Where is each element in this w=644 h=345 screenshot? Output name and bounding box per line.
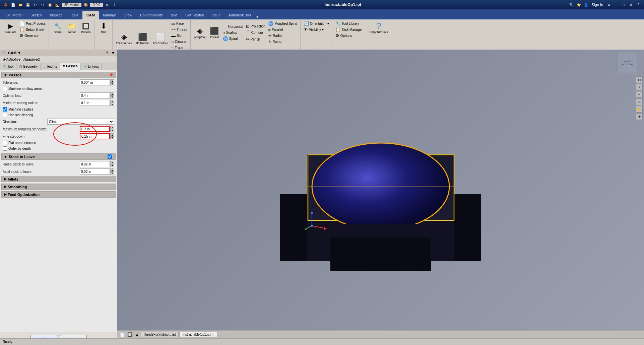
help-tutorials-btn[interactable]: ? Help/Tutorials [368, 21, 389, 35]
doc-tab-hands[interactable]: HandsForInstruct...ipt [141, 332, 179, 337]
cam-collapse-btn[interactable]: ▼ [111, 51, 115, 55]
tab-cam[interactable]: CAM [82, 11, 99, 19]
tab-view[interactable]: View [120, 11, 136, 19]
radial-stock-input[interactable] [80, 161, 110, 167]
home-icon[interactable]: 🏠 [47, 2, 53, 8]
2dpocket-btn[interactable]: ⬛ 2D Pocket [134, 32, 151, 46]
direction-select[interactable]: Climb Conventional [47, 119, 114, 125]
generate-btn[interactable]: ⚙ Generate [18, 33, 47, 39]
look-btn[interactable]: 👁 [636, 113, 643, 120]
open-icon[interactable]: 📂 [17, 2, 23, 8]
slot-btn[interactable]: ▬ Slot [170, 33, 188, 39]
tab-sketch[interactable]: Sketch [26, 11, 46, 19]
horizontal-btn[interactable]: — Horizontal [222, 24, 244, 29]
simulate-btn[interactable]: ▶ Simulate [3, 21, 18, 39]
drill-btn[interactable]: ⬇ Drill [97, 21, 110, 35]
tab-inspect[interactable]: Inspect [46, 11, 66, 19]
task-manager-btn[interactable]: 📋 Task Manager [334, 27, 364, 32]
face-btn[interactable]: ▭ Face [170, 21, 188, 26]
tab-heights[interactable]: ↕ Heights [41, 63, 60, 70]
fillets-section-header[interactable]: ▶ Fillets [1, 176, 116, 182]
circular-btn[interactable]: ○ Circular [170, 39, 188, 45]
tool-library-btn[interactable]: 🔧 Tool Library [334, 21, 364, 26]
2dadaptive-btn[interactable]: ◈ 2D Adaptive [115, 32, 134, 46]
radial-stock-spin-up[interactable]: ▲ [110, 161, 114, 164]
contour-btn[interactable]: ⌒ Contour [245, 29, 266, 36]
min-cutting-radius-input[interactable] [80, 100, 110, 106]
folder-btn[interactable]: 📁 Folder [65, 21, 78, 35]
save-icon[interactable]: 💾 [25, 2, 31, 8]
measure-icon[interactable]: 📐 [54, 2, 60, 8]
tab-getstarted[interactable]: Get Started [181, 11, 208, 19]
undo-icon[interactable]: ↩ [32, 2, 38, 8]
parallel-btn[interactable]: ≡ Parallel [267, 27, 298, 32]
ribbon-dropdown[interactable]: ▾ [256, 15, 258, 19]
tab-environments[interactable]: Environments [136, 11, 167, 19]
order-by-depth-checkbox[interactable] [3, 146, 7, 151]
min-cutting-radius-spin-up[interactable]: ▲ [110, 100, 114, 103]
axial-stock-spin-up[interactable]: ▲ [110, 168, 114, 171]
postprocess-btn[interactable]: 📄 Post Process [18, 21, 47, 26]
tab-manage[interactable]: Manage [99, 11, 120, 19]
flat-area-checkbox[interactable] [3, 141, 7, 145]
cam-help-btn[interactable]: ? [106, 51, 108, 55]
2dcontour-btn[interactable]: ⬜ 2D Contour [151, 32, 170, 46]
pattern-btn[interactable]: 🔲 Pattern [79, 21, 92, 35]
tab-autodesk360[interactable]: Autodesk 360 [224, 11, 255, 19]
fine-stepdown-spin-up[interactable]: ▲ [110, 133, 114, 136]
projection-btn[interactable]: ⊡ Projection [245, 23, 266, 29]
radial-btn[interactable]: ✳ Radial [267, 33, 298, 39]
smoothing-section-header[interactable]: ▶ Smoothing [1, 184, 116, 190]
max-roughing-input[interactable] [80, 126, 110, 132]
scallop-btn[interactable]: ≈ Scallop [222, 30, 244, 36]
fine-stepdown-input[interactable] [80, 133, 110, 139]
tolerance-spin-up[interactable]: ▲ [110, 79, 114, 82]
adaptive-btn[interactable]: ◈ Adaptive [193, 26, 207, 40]
tolerance-input[interactable] [80, 79, 110, 85]
settings-icon[interactable]: ⚙ [606, 2, 612, 8]
morphed-spiral-btn[interactable]: 🌀 Morphed Spiral [267, 21, 298, 26]
taskbar-icon-1[interactable]: 📄 [119, 332, 126, 337]
spiral-btn[interactable]: 🌀 Spiral [222, 36, 244, 42]
tab-passes[interactable]: ≋ Passes [60, 63, 80, 70]
redo-icon[interactable]: ↪ [40, 2, 46, 8]
pan-btn[interactable]: ✋ [636, 106, 643, 113]
zoom-out-btn[interactable]: − [636, 91, 643, 98]
tab-3dmodel[interactable]: 3D Model [3, 11, 26, 19]
new-icon[interactable]: 📄 [10, 2, 16, 8]
taskbar-icon-2[interactable]: 🔲 [126, 332, 133, 337]
machine-shallow-checkbox[interactable] [3, 87, 7, 91]
zoom-in-btn[interactable]: + [636, 84, 643, 90]
tab-vault[interactable]: Vault [208, 11, 224, 19]
function-icon[interactable]: f [112, 2, 118, 8]
tab-geometry[interactable]: ⬡ Geometry [16, 63, 41, 70]
stock-to-leave-section-header[interactable]: ▼ Stock to Leave [1, 153, 116, 160]
thread-btn[interactable]: 〰 Thread [170, 27, 188, 32]
doc-tab-close-icon[interactable]: ✕ [212, 333, 214, 336]
minimize-icon[interactable]: ─ [613, 2, 619, 8]
doc-tab-instructable[interactable]: InstructableOp1.ipt ✕ [179, 332, 217, 337]
material-selector[interactable]: 3D Model [62, 3, 81, 7]
feed-opt-section-header[interactable]: ▶ Feed Optimization [1, 191, 116, 198]
setupsheet-btn[interactable]: 📋 Setup Sheet [18, 27, 47, 32]
search-icon[interactable]: 🔍 [568, 2, 574, 8]
axial-stock-spin-down[interactable]: ▼ [110, 171, 114, 175]
passes-pin-icon[interactable]: 📌 [109, 73, 113, 77]
optimal-load-spin-down[interactable]: ▼ [110, 95, 114, 98]
machine-cavities-checkbox[interactable] [3, 107, 7, 112]
pocket-btn[interactable]: ⬛ Pocket [208, 26, 221, 40]
pencil-btn[interactable]: ✏ Pencil [245, 37, 266, 42]
tab-tool[interactable]: 🔧 Tool [0, 63, 16, 70]
signin-btn[interactable]: Sign In [590, 2, 604, 8]
star-icon[interactable]: ⭐ [576, 2, 582, 8]
tolerance-spin-down[interactable]: ▼ [110, 82, 114, 85]
profile-icon[interactable]: 👤 [583, 2, 589, 8]
optimal-load-input[interactable] [80, 92, 110, 98]
setup-btn[interactable]: 🔧 Setup [51, 21, 64, 35]
fine-stepdown-spin-down[interactable]: ▼ [110, 136, 114, 139]
taskbar-icon-3[interactable]: ▲ [134, 332, 140, 337]
max-roughing-spin-up[interactable]: ▲ [110, 126, 114, 129]
tab-tools[interactable]: Tools [66, 11, 82, 19]
color-icon[interactable]: 🎨 [83, 2, 89, 8]
tab-bim[interactable]: BIM [167, 11, 182, 19]
